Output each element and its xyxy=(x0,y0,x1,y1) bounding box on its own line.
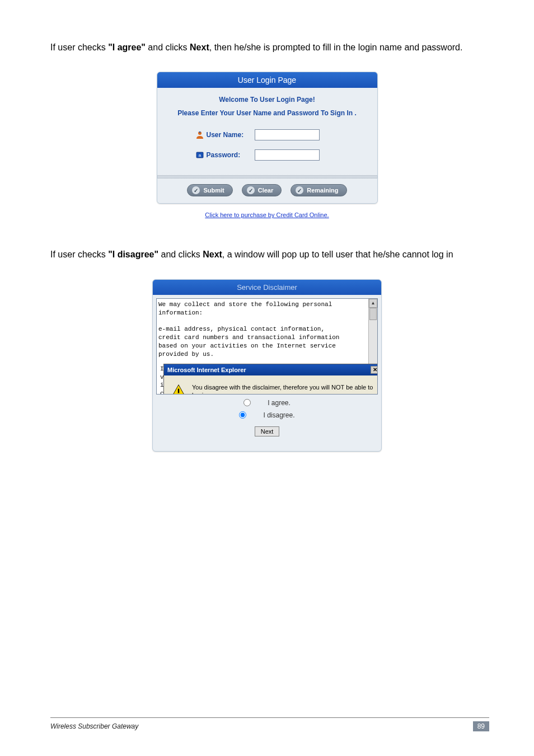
disclaimer-title: Service Disclaimer xyxy=(153,280,381,295)
text: , a window will pop up to tell user that… xyxy=(222,250,453,259)
text: If user checks xyxy=(50,250,108,259)
svg-point-1 xyxy=(199,132,200,133)
login-panel-title: User Login Page xyxy=(157,72,377,88)
username-row: User Name: xyxy=(163,129,372,140)
check-icon: ✓ xyxy=(296,186,303,194)
footer-title: Wireless Subscriber Gateway xyxy=(50,722,138,730)
page-number: 89 xyxy=(473,721,489,731)
disclaimer-panel: Service Disclaimer We may collect and st… xyxy=(152,279,382,452)
svg-text:a: a xyxy=(198,153,201,158)
disclaimer-text: We may collect and store the following p… xyxy=(157,299,377,360)
submit-button[interactable]: ✓ Submit xyxy=(187,184,232,196)
disagree-radio[interactable] xyxy=(239,411,246,419)
agree-radio-row: I agree. xyxy=(156,399,378,407)
button-label: Submit xyxy=(203,187,224,194)
login-panel: User Login Page Welcome To User Login Pa… xyxy=(157,72,378,204)
purchase-link[interactable]: Click here to purchase by Credit Card On… xyxy=(50,212,484,218)
text-bold: "I agree" xyxy=(108,43,146,52)
username-input[interactable] xyxy=(255,129,320,140)
paragraph-2: If user checks "I disagree" and clicks N… xyxy=(50,246,484,263)
dialog-title: Microsoft Internet Explorer xyxy=(167,367,246,373)
text-bold: Next xyxy=(203,250,222,259)
scroll-thumb[interactable] xyxy=(369,308,377,320)
text-bold: Next xyxy=(190,43,209,52)
agree-label: I agree. xyxy=(268,399,291,407)
disagree-radio-row: I disagree. xyxy=(156,411,378,419)
text: and clicks xyxy=(158,250,203,259)
username-label: User Name: xyxy=(207,131,255,139)
instruction-text: Please Enter Your User Name and Password… xyxy=(163,109,372,117)
password-label: Password: xyxy=(207,151,255,159)
message-dialog: Microsoft Internet Explorer ✕ You disagr… xyxy=(163,364,378,395)
next-button[interactable]: Next xyxy=(255,426,280,436)
button-label: Clear xyxy=(258,187,274,194)
agree-radio[interactable] xyxy=(243,399,251,406)
disagree-label: I disagree. xyxy=(263,411,294,419)
page-footer: Wireless Subscriber Gateway 89 xyxy=(50,717,489,731)
disclaimer-textarea[interactable]: We may collect and store the following p… xyxy=(156,298,378,395)
password-icon: a xyxy=(195,151,204,159)
user-icon xyxy=(195,130,204,139)
text-bold: "I disagree" xyxy=(108,250,158,259)
button-label: Remaining xyxy=(307,187,338,194)
remaining-button[interactable]: ✓ Remaining xyxy=(291,184,346,196)
dialog-text: You disagree with the disclaimer, theref… xyxy=(192,383,376,395)
warning-icon xyxy=(171,383,186,395)
check-icon: ✓ xyxy=(192,186,200,194)
password-input[interactable] xyxy=(255,149,320,161)
svg-rect-6 xyxy=(178,394,179,395)
text: , then he/she is prompted to fill in the… xyxy=(209,43,463,52)
svg-rect-5 xyxy=(178,388,179,393)
text: If user checks xyxy=(50,43,108,52)
close-button[interactable]: ✕ xyxy=(371,366,378,374)
text: and clicks xyxy=(146,43,190,52)
welcome-text: Welcome To User Login Page! xyxy=(163,96,372,104)
paragraph-1: If user checks "I agree" and clicks Next… xyxy=(50,39,484,56)
password-row: a Password: xyxy=(163,149,372,161)
clear-button[interactable]: ✓ Clear xyxy=(242,184,282,196)
scroll-up-button[interactable]: ▲ xyxy=(369,299,377,308)
check-icon: ✓ xyxy=(247,186,255,194)
